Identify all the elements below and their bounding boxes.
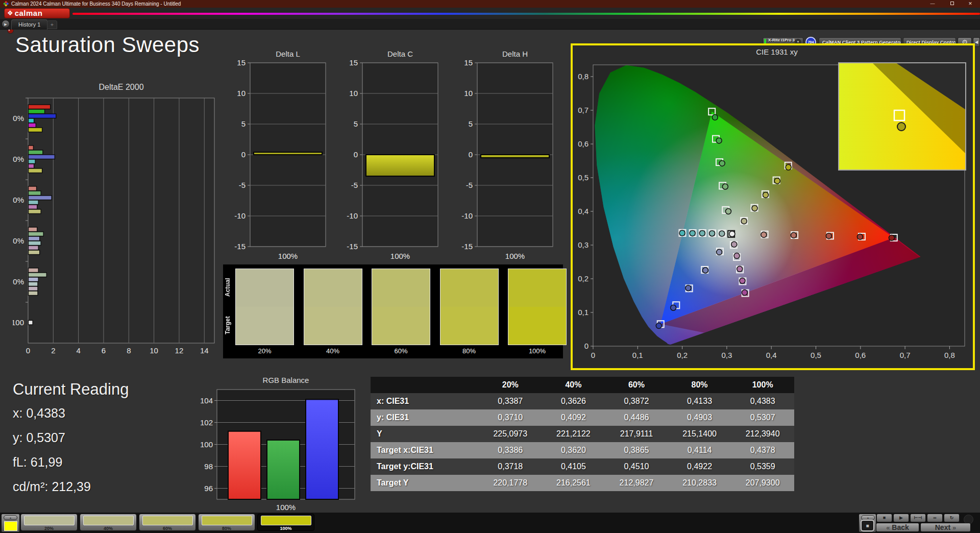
actual-swatch: [372, 269, 430, 307]
svg-text:10: 10: [150, 346, 158, 355]
blank-pattern-button[interactable]: ■: [861, 520, 874, 531]
pattern-swatch: [202, 516, 252, 525]
pattern-swatch: [24, 516, 75, 525]
column-header: 20%: [479, 377, 542, 393]
svg-text:5: 5: [469, 119, 473, 128]
table-cell: 212,9827: [605, 475, 668, 491]
svg-text:-5: -5: [466, 181, 473, 189]
svg-text:0,3: 0,3: [721, 351, 732, 359]
measured-point: [716, 138, 722, 143]
svg-text:-10: -10: [234, 211, 246, 220]
row-label: Y: [371, 426, 479, 442]
pattern-button-20%[interactable]: 20%: [20, 514, 78, 531]
tab-history-1[interactable]: History 1: [11, 19, 47, 30]
svg-text:0,5: 0,5: [811, 351, 821, 359]
svg-text:12: 12: [175, 346, 184, 355]
close-button[interactable]: ✕: [963, 0, 978, 8]
pattern-button-40%[interactable]: 40%: [80, 514, 137, 531]
svg-text:100: 100: [13, 318, 24, 327]
next-label: Next: [935, 523, 950, 531]
add-tab-button[interactable]: +: [47, 20, 57, 29]
swatch-percent-label: 60%: [372, 347, 430, 355]
table-row: Target x:CIE310,33860,36200,38650,41140,…: [371, 442, 794, 458]
svg-text:-5: -5: [351, 181, 358, 189]
table-cell: 0,4114: [668, 442, 731, 458]
svg-text:0: 0: [354, 150, 358, 159]
measured-point: [690, 230, 695, 236]
table-row: Y225,0973221,2122217,9111215,1400212,394…: [371, 426, 794, 442]
actual-swatch: [304, 269, 362, 307]
measured-point: [826, 233, 831, 239]
row-label: Target Y: [371, 475, 479, 491]
actual-swatch: [508, 269, 566, 307]
calman-menu-button[interactable]: ❖ calman ▼: [4, 8, 70, 18]
app-window: Calman 2024 Calman Ultimate for Business…: [0, 0, 980, 533]
pattern-swatch: [261, 516, 311, 525]
infinity-button[interactable]: ∞: [927, 514, 943, 522]
loop-button[interactable]: ↻: [944, 514, 960, 522]
measured-point: [685, 285, 691, 291]
play-icon: ▶: [4, 22, 7, 26]
measured-point: [725, 209, 731, 214]
svg-text:0,6: 0,6: [855, 351, 866, 359]
table-cell: 0,5359: [731, 458, 794, 475]
svg-text:15: 15: [349, 58, 358, 67]
next-button[interactable]: Next »: [920, 523, 971, 532]
svg-text:0: 0: [26, 346, 30, 355]
svg-text:10: 10: [349, 89, 358, 98]
svg-text:100%: 100%: [390, 252, 410, 260]
plus-icon: +: [51, 22, 54, 28]
table-cell: 0,4378: [731, 442, 794, 458]
delta-l-chart: Delta L151050-5-10-15100%: [225, 47, 332, 264]
table-cell: 0,3620: [542, 442, 605, 458]
title-bar: Calman 2024 Calman Ultimate for Business…: [0, 0, 980, 8]
measured-point: [774, 178, 780, 184]
restore-button[interactable]: [944, 0, 960, 8]
step-button[interactable]: ⊢⊣: [910, 514, 926, 522]
play-button[interactable]: ▶: [893, 514, 909, 522]
calman-logo-text: calman: [15, 9, 43, 18]
table-cell: 0,4383: [731, 393, 794, 409]
svg-text:RGB Balance: RGB Balance: [263, 376, 309, 384]
delta-c-chart: Delta C151050-5-10-15100%: [337, 47, 444, 264]
table-corner-cell: [371, 377, 479, 393]
target-swatch: [372, 307, 430, 345]
cie-inset-zoom: [839, 63, 966, 170]
back-button[interactable]: « Back: [876, 523, 919, 532]
app-icon: [3, 1, 9, 7]
row-label: x: CIE31: [371, 393, 479, 409]
svg-text:102: 102: [200, 418, 213, 427]
back-label: Back: [892, 523, 909, 531]
table-cell: 0,3387: [479, 393, 542, 409]
svg-text:40%: 40%: [13, 236, 24, 245]
minimize-button[interactable]: —: [925, 0, 940, 8]
table-row: y: CIE310,37100,40920,44860,49030,5307: [371, 409, 794, 426]
reading-line: x: 0,4383: [13, 406, 129, 421]
window-title: Calman 2024 Calman Ultimate for Business…: [11, 0, 181, 8]
target-swatch: [304, 307, 362, 345]
table-cell: 0,4092: [542, 409, 605, 426]
pattern-button-60%[interactable]: 60%: [139, 514, 196, 531]
svg-text:100%: 100%: [13, 114, 24, 123]
svg-text:0,6: 0,6: [578, 139, 589, 148]
rgb-balance-chart: RGB Balance1041021009896100%: [199, 374, 365, 513]
tab-scroll-button[interactable]: ▶: [2, 20, 10, 28]
actual-swatch: [236, 269, 293, 307]
svg-text:0,2: 0,2: [677, 351, 688, 359]
swatch-column: [372, 269, 430, 345]
svg-text:0,2: 0,2: [578, 274, 589, 283]
measurement-table: 20%40%60%80%100%x: CIE310,33870,36260,38…: [371, 377, 794, 491]
svg-text:100%: 100%: [276, 503, 296, 512]
measured-point: [763, 192, 769, 198]
pattern-button-100%[interactable]: 100%: [257, 514, 314, 531]
table-row: Target y:CIE310,37180,41050,45100,49220,…: [371, 458, 794, 475]
table-cell: 0,4510: [605, 458, 668, 475]
swatch-percent-label: 40%: [304, 347, 362, 355]
stop-button[interactable]: ■: [876, 514, 892, 522]
table-cell: 217,9111: [605, 426, 668, 442]
measured-point: [752, 205, 757, 211]
expand-pattern-panel-button[interactable]: ▲: [4, 515, 17, 520]
pattern-button-80%[interactable]: 80%: [198, 514, 255, 531]
page-title: Saturation Sweeps: [15, 33, 200, 57]
reading-line: cd/m²: 212,39: [13, 479, 129, 494]
